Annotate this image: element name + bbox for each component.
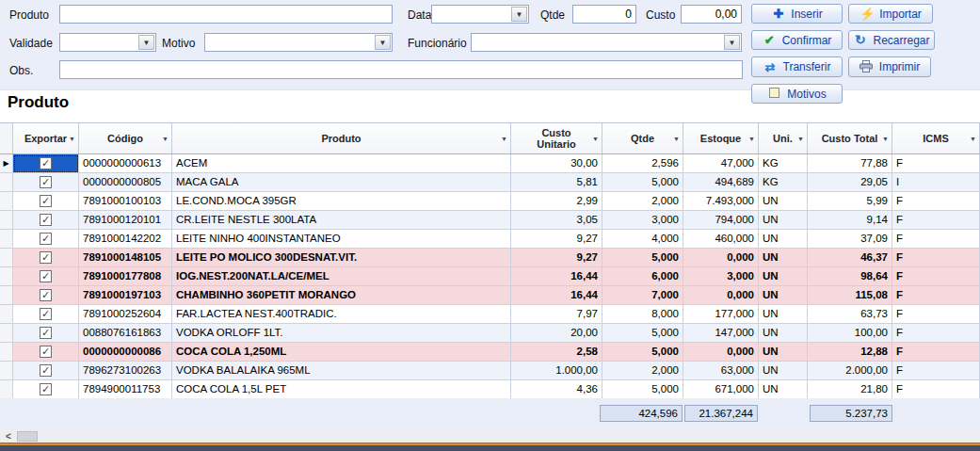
table-row[interactable]: ✓7891000120101CR.LEITE NESTLE 300LATA3,0… (0, 211, 980, 230)
chevron-down-icon[interactable]: ▼ (724, 35, 740, 50)
cell-codigo[interactable]: 7891000100103 (79, 192, 172, 211)
cell-custo_unitario[interactable]: 2,99 (511, 192, 602, 211)
cell-codigo[interactable]: 0000000000805 (79, 173, 172, 192)
table-row[interactable]: ✓7891000252604FAR.LACTEA NEST.400TRADIC.… (0, 305, 980, 324)
table-row[interactable]: ✓7891000148105LEITE PO MOLICO 300DESNAT.… (0, 249, 980, 267)
cell-custo_total[interactable]: 9,14 (808, 211, 892, 230)
cell-produto[interactable]: COCA COLA 1,250ML (172, 343, 511, 362)
cell-icms[interactable]: F (892, 324, 980, 343)
cell-codigo[interactable]: 7896273100263 (79, 362, 172, 380)
cell-custo_total[interactable]: 5,99 (808, 192, 892, 211)
cell-custo_total[interactable]: 46,37 (808, 249, 892, 267)
cell-uni[interactable]: UN (759, 230, 808, 249)
column-header-exportar[interactable]: Exportar ▼ (13, 123, 79, 153)
data-combobox[interactable]: ▼ (431, 5, 529, 24)
cell-uni[interactable]: KG (759, 154, 808, 173)
cell-custo_unitario[interactable]: 30,00 (511, 154, 602, 173)
cell-custo_total[interactable]: 63,73 (808, 305, 892, 324)
table-row[interactable]: ✓7891000177808IOG.NEST.200NAT.LA/CE/MEL1… (0, 267, 980, 286)
cell-codigo[interactable]: 0000000000086 (79, 343, 172, 362)
chevron-down-icon[interactable]: ▼ (511, 7, 527, 22)
exportar-cell[interactable]: ✓ (13, 230, 79, 249)
cell-custo_unitario[interactable]: 5,81 (511, 173, 602, 192)
cell-custo_unitario[interactable]: 16,44 (511, 267, 602, 286)
cell-custo_total[interactable]: 12,88 (808, 343, 892, 362)
importar-button[interactable]: ⚡ Importar (848, 4, 933, 24)
recarregar-button[interactable]: ↻ Recarregar (848, 30, 935, 50)
transferir-button[interactable]: ⇄ Transferir (751, 56, 843, 77)
cell-icms[interactable]: F (892, 362, 980, 380)
exportar-cell[interactable]: ✓ (13, 192, 79, 211)
cell-custo_unitario[interactable]: 20,00 (511, 324, 602, 343)
cell-custo_unitario[interactable]: 4,36 (511, 380, 602, 399)
cell-icms[interactable]: F (892, 154, 980, 173)
cell-qtde[interactable]: 2,596 (602, 154, 683, 173)
cell-estoque[interactable]: 0,000 (683, 249, 759, 267)
sort-arrow-icon[interactable]: ▼ (592, 136, 599, 142)
column-header-codigo[interactable]: Código ▼ (79, 123, 172, 153)
cell-icms[interactable]: F (892, 343, 980, 362)
obs-input[interactable] (59, 60, 743, 79)
cell-custo_unitario[interactable]: 3,05 (511, 211, 602, 230)
exportar-cell[interactable]: ✓ (13, 305, 79, 324)
cell-custo_unitario[interactable]: 2,58 (511, 343, 602, 362)
cell-custo_total[interactable]: 29,05 (808, 173, 892, 192)
produto-input[interactable] (59, 5, 393, 24)
cell-custo_total[interactable]: 21,80 (808, 380, 892, 399)
cell-estoque[interactable]: 494,689 (683, 173, 759, 192)
table-row[interactable]: ✓7891000142202LEITE NINHO 400INSTANTANEO… (0, 230, 980, 249)
cell-qtde[interactable]: 5,000 (602, 173, 683, 192)
cell-estoque[interactable]: 794,000 (683, 211, 759, 230)
exportar-cell[interactable]: ✓ (13, 343, 79, 362)
table-row[interactable]: ✓7891000197103CHAMBINHO 360PETIT MORANGO… (0, 286, 980, 305)
cell-custo_total[interactable]: 98,64 (808, 267, 892, 286)
funcionario-combobox[interactable]: ▼ (471, 33, 742, 52)
cell-codigo[interactable]: 7891000177808 (79, 267, 172, 286)
cell-icms[interactable]: F (892, 192, 980, 211)
cell-produto[interactable]: ACEM (172, 154, 511, 173)
export-checkbox[interactable]: ✓ (40, 270, 52, 282)
export-checkbox[interactable]: ✓ (40, 195, 52, 207)
column-header-icms[interactable]: ICMS ▼ (892, 123, 980, 153)
cell-icms[interactable]: F (892, 305, 980, 324)
cell-produto[interactable]: CR.LEITE NESTLE 300LATA (172, 211, 511, 230)
cell-estoque[interactable]: 671,000 (683, 380, 759, 399)
export-checkbox[interactable]: ✓ (40, 327, 52, 339)
cell-custo_unitario[interactable]: 9,27 (511, 249, 602, 267)
exportar-cell[interactable]: ✓ (13, 286, 79, 305)
cell-produto[interactable]: MACA GALA (172, 173, 511, 192)
table-row[interactable]: ▶✓0000000000613ACEM30,002,59647,000KG77,… (0, 154, 980, 173)
cell-custo_total[interactable]: 100,00 (808, 324, 892, 343)
exportar-cell[interactable]: ✓ (13, 154, 79, 173)
cell-uni[interactable]: UN (759, 286, 808, 305)
table-row[interactable]: ✓0000000000805MACA GALA5,815,000494,689K… (0, 173, 980, 192)
cell-icms[interactable]: F (892, 380, 980, 399)
cell-qtde[interactable]: 4,000 (602, 230, 683, 249)
cell-icms[interactable]: F (892, 230, 980, 249)
cell-estoque[interactable]: 0,000 (683, 343, 759, 362)
cell-uni[interactable]: UN (759, 211, 808, 230)
table-row[interactable]: ✓7896273100263VODKA BALALAIKA 965ML1.000… (0, 362, 980, 380)
cell-codigo[interactable]: 7891000148105 (79, 249, 172, 267)
cell-codigo[interactable]: 7891000142202 (79, 230, 172, 249)
cell-icms[interactable]: F (892, 211, 980, 230)
cell-qtde[interactable]: 7,000 (602, 286, 683, 305)
column-header-estoque[interactable]: Estoque ▼ (683, 123, 759, 153)
cell-uni[interactable]: UN (759, 380, 808, 399)
cell-qtde[interactable]: 6,000 (602, 267, 683, 286)
cell-codigo[interactable]: 0088076161863 (79, 324, 172, 343)
chevron-down-icon[interactable]: ▼ (375, 35, 391, 50)
export-checkbox[interactable]: ✓ (40, 233, 52, 245)
cell-estoque[interactable]: 460,000 (683, 230, 759, 249)
cell-estoque[interactable]: 63,000 (683, 362, 759, 380)
cell-qtde[interactable]: 5,000 (602, 324, 683, 343)
export-checkbox[interactable]: ✓ (40, 364, 52, 377)
sort-arrow-icon[interactable]: ▼ (69, 136, 75, 142)
export-checkbox[interactable]: ✓ (40, 214, 52, 226)
cell-uni[interactable]: UN (759, 249, 808, 267)
sort-arrow-icon[interactable]: ▼ (797, 136, 804, 142)
cell-custo_total[interactable]: 115,08 (808, 286, 892, 305)
sort-arrow-icon[interactable]: ▼ (748, 136, 755, 142)
cell-estoque[interactable]: 3,000 (683, 267, 759, 286)
cell-uni[interactable]: UN (759, 343, 808, 362)
